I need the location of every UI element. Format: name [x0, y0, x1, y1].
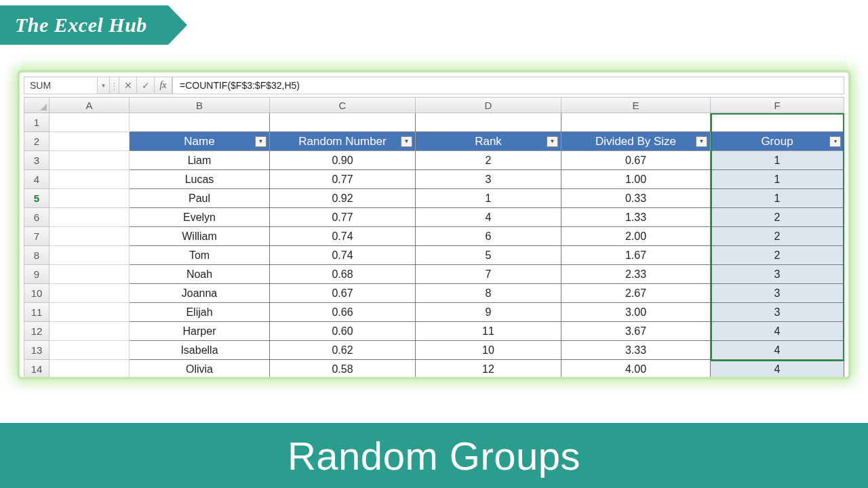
row-header[interactable]: 2	[24, 132, 50, 151]
cell-rank[interactable]: 6	[416, 227, 561, 246]
cell-divided[interactable]: 1.00	[561, 170, 711, 189]
cell[interactable]	[50, 227, 130, 246]
cell-rank[interactable]: 2	[416, 151, 561, 170]
cell-group[interactable]: 2	[711, 227, 844, 246]
cell-name[interactable]: Liam	[130, 151, 270, 170]
cell-divided[interactable]: 2.00	[561, 227, 711, 246]
cell-rank[interactable]: 7	[416, 265, 561, 284]
row-header[interactable]: 6	[24, 208, 50, 227]
cell-name[interactable]: Elijah	[130, 303, 270, 322]
cell[interactable]	[416, 113, 561, 132]
row-header[interactable]: 11	[24, 303, 50, 322]
header-divided[interactable]: Divided By Size▼	[561, 132, 711, 151]
cell-rank[interactable]: 11	[416, 322, 561, 341]
row-header[interactable]: 4	[24, 170, 50, 189]
cell[interactable]	[50, 284, 130, 303]
cell-group[interactable]: 2	[711, 246, 844, 265]
cancel-button[interactable]: ✕	[119, 77, 137, 94]
cell-name[interactable]: Noah	[130, 265, 270, 284]
filter-group[interactable]: ▾	[829, 136, 841, 147]
cell[interactable]	[50, 151, 130, 170]
cell-rank[interactable]: 8	[416, 284, 561, 303]
cell[interactable]	[50, 208, 130, 227]
cell[interactable]	[50, 341, 130, 360]
cell-divided[interactable]: 3.67	[561, 322, 711, 341]
cell-random[interactable]: 0.58	[270, 360, 416, 379]
cell-random[interactable]: 0.90	[270, 151, 416, 170]
header-random-number[interactable]: Random Number▼	[270, 132, 416, 151]
cell[interactable]	[50, 170, 130, 189]
col-header-F[interactable]: F	[711, 97, 844, 113]
cell[interactable]	[50, 132, 130, 151]
row-header[interactable]: 5	[24, 189, 50, 208]
header-group[interactable]: Group▾	[711, 132, 844, 151]
insert-function-button[interactable]: fx	[155, 77, 172, 94]
cell-rank[interactable]: 5	[416, 246, 561, 265]
cell-random[interactable]: 0.62	[270, 341, 416, 360]
cell-random[interactable]: 0.77	[270, 170, 416, 189]
cell-group[interactable]: 1	[711, 189, 844, 208]
cell[interactable]	[711, 113, 844, 132]
cell[interactable]	[50, 246, 130, 265]
cell-rank[interactable]: 9	[416, 303, 561, 322]
cell-divided[interactable]: 4.00	[561, 360, 711, 379]
spreadsheet-grid[interactable]: A B C D E F 12Name▼Random Number▼Rank▼Di…	[24, 97, 844, 379]
row-header[interactable]: 3	[24, 151, 50, 170]
filter-rank[interactable]: ▼	[547, 136, 558, 147]
cell-divided[interactable]: 1.33	[561, 208, 711, 227]
cell[interactable]	[270, 113, 416, 132]
cell-rank[interactable]: 10	[416, 341, 561, 360]
cell-rank[interactable]: 1	[416, 189, 561, 208]
cell[interactable]	[50, 113, 130, 132]
cell-group[interactable]: 4	[711, 341, 844, 360]
cell-name[interactable]: Harper	[130, 322, 270, 341]
name-box[interactable]: SUM	[24, 77, 98, 94]
row-header[interactable]: 9	[24, 265, 50, 284]
col-header-D[interactable]: D	[416, 97, 561, 113]
cell[interactable]	[50, 303, 130, 322]
cell-group[interactable]: 4	[711, 322, 844, 341]
row-header[interactable]: 8	[24, 246, 50, 265]
cell-group[interactable]: 2	[711, 208, 844, 227]
cell-random[interactable]: 0.67	[270, 284, 416, 303]
cell-divided[interactable]: 3.33	[561, 341, 711, 360]
formula-input[interactable]: =COUNTIF($F$3:$F$32,H5)	[172, 77, 844, 94]
header-name[interactable]: Name▼	[130, 132, 270, 151]
cell-random[interactable]: 0.92	[270, 189, 416, 208]
name-box-dropdown[interactable]: ▼	[98, 77, 110, 94]
col-header-B[interactable]: B	[130, 97, 270, 113]
cell-name[interactable]: Tom	[130, 246, 270, 265]
cell-group[interactable]: 3	[711, 303, 844, 322]
cell-divided[interactable]: 2.33	[561, 265, 711, 284]
cell[interactable]	[50, 265, 130, 284]
cell-random[interactable]: 0.68	[270, 265, 416, 284]
cell-name[interactable]: Isabella	[130, 341, 270, 360]
cell-divided[interactable]: 1.67	[561, 246, 711, 265]
cell-random[interactable]: 0.74	[270, 246, 416, 265]
cell[interactable]	[50, 189, 130, 208]
cell-divided[interactable]: 3.00	[561, 303, 711, 322]
cell-rank[interactable]: 12	[416, 360, 561, 379]
row-header[interactable]: 7	[24, 227, 50, 246]
col-header-A[interactable]: A	[50, 97, 130, 113]
cell[interactable]	[50, 322, 130, 341]
cell[interactable]	[561, 113, 711, 132]
col-header-C[interactable]: C	[270, 97, 416, 113]
cell-group[interactable]: 1	[711, 170, 844, 189]
col-header-E[interactable]: E	[561, 97, 711, 113]
cell-group[interactable]: 1	[711, 151, 844, 170]
cell-name[interactable]: William	[130, 227, 270, 246]
cell-name[interactable]: Olivia	[130, 360, 270, 379]
cell-random[interactable]: 0.60	[270, 322, 416, 341]
cell-rank[interactable]: 4	[416, 208, 561, 227]
cell-divided[interactable]: 0.67	[561, 151, 711, 170]
row-header[interactable]: 10	[24, 284, 50, 303]
row-header[interactable]: 13	[24, 341, 50, 360]
cell-name[interactable]: Paul	[130, 189, 270, 208]
cell-random[interactable]: 0.66	[270, 303, 416, 322]
cell[interactable]	[50, 360, 130, 379]
cell-group[interactable]: 4	[711, 360, 844, 379]
row-header[interactable]: 1	[24, 113, 50, 132]
cell-name[interactable]: Lucas	[130, 170, 270, 189]
cell-group[interactable]: 3	[711, 284, 844, 303]
